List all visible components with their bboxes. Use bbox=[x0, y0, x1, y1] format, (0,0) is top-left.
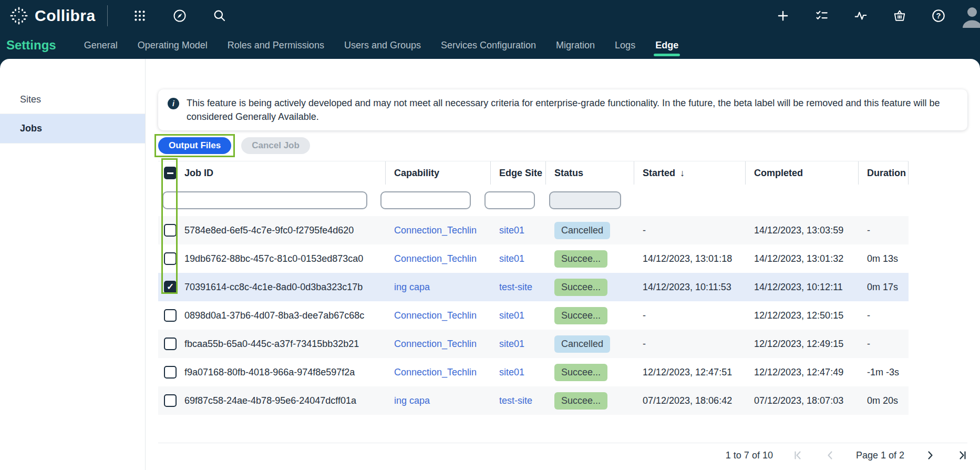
sidebar-item-sites[interactable]: Sites bbox=[0, 86, 145, 114]
tasks-icon[interactable] bbox=[814, 8, 830, 24]
compass-icon[interactable] bbox=[172, 8, 188, 24]
capability-link[interactable]: Connection_Techlin bbox=[394, 367, 491, 378]
sidebar: SitesJobs bbox=[0, 59, 146, 470]
beta-info-text: This feature is being actively developed… bbox=[187, 96, 946, 124]
tab-roles-and-permissions[interactable]: Roles and Permissions bbox=[218, 32, 334, 59]
collibra-logo[interactable]: Collibra bbox=[9, 6, 96, 25]
cancel-job-button[interactable]: Cancel Job bbox=[241, 137, 310, 154]
job-id-cell: 70391614-cc8c-4c1e-8ad0-0d3ba323c17b bbox=[183, 282, 386, 293]
table-row[interactable]: fbcaa55b-65a0-445c-a37f-73415bb32b21Conn… bbox=[158, 330, 909, 358]
started-cell: 07/12/2023, 18:06:42 bbox=[634, 395, 746, 406]
help-icon[interactable]: ? bbox=[931, 8, 946, 24]
capability-cell: Connection_Techlin bbox=[386, 253, 491, 264]
select-all-checkbox[interactable] bbox=[164, 167, 177, 179]
row-checkbox[interactable] bbox=[164, 252, 177, 265]
row-checkbox[interactable] bbox=[164, 281, 177, 293]
capability-filter-input[interactable] bbox=[380, 191, 471, 209]
completed-cell: 12/12/2023, 12:47:49 bbox=[746, 367, 859, 378]
status-cell: Succee... bbox=[546, 307, 634, 324]
range-label: 1 to 7 of 10 bbox=[726, 450, 773, 461]
table-row[interactable]: 0898d0a1-37b6-4d07-8ba3-dee7ab67c68cConn… bbox=[158, 301, 909, 330]
capability-link[interactable]: Connection_Techlin bbox=[394, 310, 491, 321]
row-select-cell bbox=[158, 366, 183, 379]
status-cell: Succee... bbox=[546, 364, 634, 381]
capability-link[interactable]: Connection_Techlin bbox=[394, 253, 491, 264]
row-select-cell bbox=[158, 309, 183, 322]
edge-site-cell: site01 bbox=[491, 339, 546, 350]
job-id-cell: 5784e8ed-6ef5-4c7e-9fc0-f2795fe4d620 bbox=[183, 225, 386, 236]
edge-site-link[interactable]: test-site bbox=[499, 395, 546, 406]
jobs-page: i This feature is being actively develop… bbox=[146, 59, 980, 470]
table-row[interactable]: f9a07168-80fb-4018-966a-974f8e597f2aConn… bbox=[158, 358, 909, 386]
completed-cell: 14/12/2023, 13:01:32 bbox=[746, 253, 859, 264]
row-select-cell bbox=[158, 394, 183, 407]
column-header-started[interactable]: Started↓ bbox=[634, 161, 746, 185]
table-row[interactable]: 69f87c58-24ae-4b78-95e6-24047dcff01aing … bbox=[158, 386, 909, 415]
basket-icon[interactable] bbox=[892, 8, 907, 24]
completed-cell: 07/12/2023, 18:07:03 bbox=[746, 395, 859, 406]
row-checkbox[interactable] bbox=[164, 309, 177, 322]
table-row[interactable]: 19db6762-88bc-457c-81c0-0153ed873ca0Conn… bbox=[158, 244, 909, 273]
next-page-icon[interactable] bbox=[924, 449, 936, 461]
column-header-status[interactable]: Status bbox=[546, 161, 634, 185]
status-cell: Succee... bbox=[546, 250, 634, 268]
search-icon[interactable] bbox=[212, 8, 228, 24]
sidebar-item-jobs[interactable]: Jobs bbox=[0, 114, 145, 144]
tab-general[interactable]: General bbox=[74, 32, 128, 59]
previous-page-icon[interactable] bbox=[824, 449, 836, 461]
edge-site-link[interactable]: site01 bbox=[499, 253, 546, 264]
edge-site-link[interactable]: site01 bbox=[499, 339, 546, 350]
duration-cell: 0m 17s bbox=[859, 282, 909, 293]
status-filter-input[interactable] bbox=[549, 191, 621, 209]
table-row[interactable]: 70391614-cc8c-4c1e-8ad0-0d3ba323c17bing … bbox=[158, 273, 909, 301]
table-row[interactable]: 5784e8ed-6ef5-4c7e-9fc0-f2795fe4d620Conn… bbox=[158, 216, 909, 244]
status-badge: Succee... bbox=[554, 279, 607, 296]
edge-site-link[interactable]: site01 bbox=[499, 310, 546, 321]
capability-link[interactable]: ing capa bbox=[394, 282, 491, 293]
job-id-filter-input[interactable] bbox=[162, 191, 367, 209]
user-avatar[interactable] bbox=[960, 4, 980, 28]
completed-cell: 14/12/2023, 10:12:11 bbox=[746, 282, 859, 293]
capability-link[interactable]: ing capa bbox=[394, 395, 491, 406]
edge-site-link[interactable]: site01 bbox=[499, 225, 546, 236]
annotation-output-files-highlight: Output Files bbox=[154, 134, 235, 157]
column-header-duration[interactable]: Duration bbox=[859, 161, 909, 185]
row-checkbox[interactable] bbox=[164, 338, 177, 350]
tab-edge[interactable]: Edge bbox=[645, 32, 688, 59]
job-id-cell: f9a07168-80fb-4018-966a-974f8e597f2a bbox=[183, 367, 386, 378]
completed-cell: 12/12/2023, 12:50:15 bbox=[746, 310, 859, 321]
capability-link[interactable]: Connection_Techlin bbox=[394, 225, 491, 236]
edge-site-link[interactable]: test-site bbox=[499, 282, 546, 293]
tab-migration[interactable]: Migration bbox=[546, 32, 605, 59]
row-checkbox[interactable] bbox=[164, 224, 177, 237]
apps-grid-icon[interactable] bbox=[132, 8, 148, 24]
page-label: Page 1 of 2 bbox=[856, 450, 904, 461]
column-header-capability[interactable]: Capability bbox=[386, 161, 491, 185]
tab-services-configuration[interactable]: Services Configuration bbox=[431, 32, 546, 59]
edge-site-cell: test-site bbox=[491, 395, 546, 406]
job-id-cell: fbcaa55b-65a0-445c-a37f-73415bb32b21 bbox=[183, 339, 386, 350]
plus-icon[interactable] bbox=[775, 8, 791, 24]
column-header-edge-site[interactable]: Edge Site bbox=[491, 161, 546, 185]
first-page-icon[interactable] bbox=[793, 449, 804, 461]
started-cell: - bbox=[634, 339, 746, 350]
tab-logs[interactable]: Logs bbox=[605, 32, 645, 59]
edge-site-link[interactable]: site01 bbox=[499, 367, 546, 378]
output-files-button[interactable]: Output Files bbox=[158, 137, 231, 154]
started-cell: 14/12/2023, 10:11:53 bbox=[634, 282, 746, 293]
row-checkbox[interactable] bbox=[164, 394, 177, 407]
jobs-table: Job IDCapabilityEdge SiteStatusStarted↓C… bbox=[158, 161, 909, 415]
activity-icon[interactable] bbox=[853, 8, 869, 24]
status-cell: Cancelled bbox=[546, 222, 634, 239]
tab-users-and-groups[interactable]: Users and Groups bbox=[334, 32, 431, 59]
last-page-icon[interactable] bbox=[956, 449, 967, 461]
edge-site-filter-input[interactable] bbox=[484, 191, 535, 209]
status-badge: Succee... bbox=[554, 250, 607, 268]
tab-operating-model[interactable]: Operating Model bbox=[128, 32, 218, 59]
capability-link[interactable]: Connection_Techlin bbox=[394, 339, 491, 350]
column-header-completed[interactable]: Completed bbox=[746, 161, 859, 185]
duration-cell: 0m 13s bbox=[859, 253, 909, 264]
status-badge: Cancelled bbox=[554, 222, 610, 239]
row-checkbox[interactable] bbox=[164, 366, 177, 379]
column-header-job-id[interactable]: Job ID bbox=[183, 161, 386, 185]
